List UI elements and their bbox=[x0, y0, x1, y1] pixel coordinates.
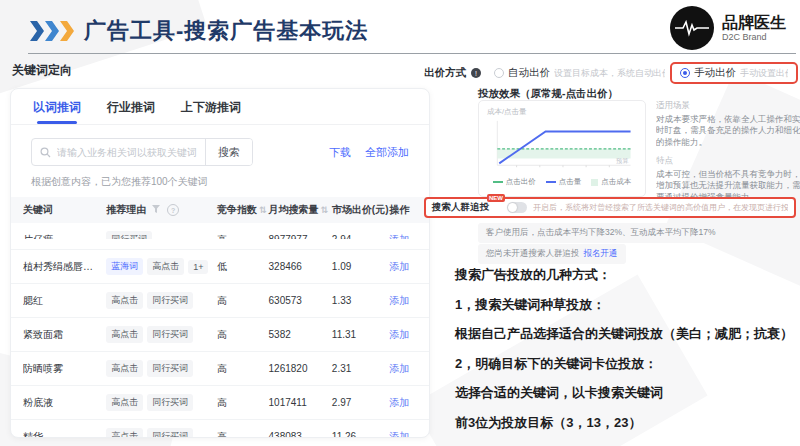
search-button[interactable]: 搜索 bbox=[205, 139, 252, 165]
effect-title: 投放效果（原常规-点击出价） bbox=[478, 87, 618, 101]
search-row: 搜索 下载 全部添加 bbox=[31, 138, 409, 166]
note-line: 2，明确目标下的关键词卡位投放： bbox=[455, 349, 799, 379]
keyword-panel-title: 关键词定向 bbox=[12, 62, 72, 79]
keyword-cell: 精华 bbox=[23, 430, 106, 439]
add-keyword-link[interactable]: 添加 bbox=[389, 233, 417, 240]
bid-method-label: 出价方式 bbox=[424, 66, 466, 80]
download-link[interactable]: 下载 bbox=[329, 145, 351, 160]
col-price: 市场出价(元) bbox=[332, 203, 389, 217]
reason-cell: 高点击同行买词 bbox=[106, 360, 217, 377]
keyword-cell: 粉底液 bbox=[23, 396, 106, 410]
reason-cell: 高点击同行买词 bbox=[106, 428, 217, 438]
annotation-notes: 搜索广告投放的几种方式：1，搜索关键词种草投放：根据自己产品选择适合的关键词投放… bbox=[455, 260, 799, 437]
col-volume: 月均搜索量⇅ bbox=[269, 203, 332, 217]
chart-ylabel: 成本/点击量 bbox=[487, 107, 637, 117]
keyword-cell: 腮红 bbox=[23, 294, 106, 308]
table-row: 紧致面霜高点击同行买词高538211.31添加 bbox=[11, 317, 429, 351]
add-keyword-link[interactable]: 添加 bbox=[389, 362, 417, 376]
keyword-cell: 片仔癀 bbox=[23, 233, 106, 240]
add-all-link[interactable]: 全部添加 bbox=[365, 145, 409, 160]
add-keyword-link[interactable]: 添加 bbox=[389, 430, 417, 439]
effect-chart-card: 成本/点击量 预算 点击出价 点击量 点击成本 bbox=[478, 100, 646, 197]
price-cell: 1.09 bbox=[332, 261, 389, 272]
tab-上下游推词[interactable]: 上下游推词 bbox=[181, 99, 241, 124]
competition-cell: 高 bbox=[217, 430, 268, 439]
radio-selected-icon[interactable] bbox=[680, 68, 690, 78]
table-row: 片仔癀同行买词高89779772.94添加 bbox=[11, 223, 429, 239]
heartbeat-icon bbox=[670, 6, 714, 50]
auto-bid-option[interactable]: 自动出价 设置目标成本，系统自动出价尽可能获得更多目标转化 bbox=[494, 66, 665, 80]
add-keyword-link[interactable]: 添加 bbox=[389, 328, 417, 342]
clipped-table-row: 片仔癀同行买词高89779772.94添加 bbox=[11, 223, 429, 239]
signup-link[interactable]: 报名开通 bbox=[584, 248, 618, 258]
competition-cell: 高 bbox=[217, 233, 268, 240]
price-cell: 2.31 bbox=[332, 363, 389, 374]
volume-cell: 5382 bbox=[269, 329, 332, 340]
note-line: 选择合适的关键词，以卡搜索关键词 bbox=[455, 378, 799, 408]
search-box: 搜索 bbox=[31, 138, 253, 166]
reason-tag: 高点击 bbox=[106, 360, 143, 377]
volume-cell: 328466 bbox=[269, 261, 332, 272]
price-cell: 2.94 bbox=[332, 234, 389, 239]
reason-cell: 高点击同行买词 bbox=[106, 394, 217, 411]
note-line: 根据自己产品选择适合的关键词投放（美白；减肥；抗衰） bbox=[455, 319, 799, 349]
filter-icon[interactable] bbox=[152, 205, 160, 215]
manual-bid-highlight-box: 手动出价 手动设置出价，成本可控 bbox=[670, 62, 798, 84]
reason-cell: 高点击同行买词 bbox=[106, 326, 217, 343]
reason-tag: 同行买词 bbox=[147, 394, 193, 411]
competition-cell: 低 bbox=[217, 260, 268, 274]
recommendation-hint: 根据创意内容，已为您推荐100个关键词 bbox=[31, 175, 409, 189]
add-keyword-link[interactable]: 添加 bbox=[389, 396, 417, 410]
retarget-toggle[interactable] bbox=[507, 202, 527, 213]
reason-tag: 1+ bbox=[188, 260, 208, 274]
keyword-search-input[interactable] bbox=[51, 147, 205, 158]
reason-tag: 同行买词 bbox=[147, 360, 193, 377]
retarget-description: 开启后，系统将对曾经搜索了所选关键词的高价值用户，在发现页进行投放，您将有机会触… bbox=[533, 202, 788, 213]
keyword-cell: 紧致面霜 bbox=[23, 328, 106, 342]
reason-tag: 同行买词 bbox=[147, 292, 193, 309]
price-cell: 2.97 bbox=[332, 397, 389, 408]
retarget-stat: 客户使用后，点击成本平均下降32%、互动成本平均下降17% bbox=[478, 223, 724, 243]
manual-bid-option[interactable]: 手动出价 手动设置出价，成本可控 bbox=[680, 66, 788, 80]
competition-cell: 高 bbox=[217, 362, 268, 376]
reason-cell: 蓝海词高点击1+ bbox=[106, 258, 217, 275]
note-line: 搜索广告投放的几种方式： bbox=[455, 260, 799, 290]
table-header: 关键词 推荐理由 ? 竞争指数⇅ 月均搜索量⇅ 市场出价(元) 操作 bbox=[11, 197, 429, 223]
table-row: 防晒喷雾高点击同行买词高12618202.31添加 bbox=[11, 351, 429, 385]
search-icon bbox=[40, 147, 51, 158]
volume-cell: 1261820 bbox=[269, 363, 332, 374]
volume-cell: 1017411 bbox=[269, 397, 332, 408]
add-keyword-link[interactable]: 添加 bbox=[389, 260, 417, 274]
header-divider bbox=[28, 53, 796, 54]
tab-以词推词[interactable]: 以词推词 bbox=[33, 99, 81, 124]
sort-icon[interactable]: ⇅ bbox=[321, 205, 329, 215]
table-row: 腮红高点击同行买词高6305731.33添加 bbox=[11, 283, 429, 317]
sort-icon[interactable]: ⇅ bbox=[259, 205, 267, 215]
col-competition: 竞争指数⇅ bbox=[217, 203, 268, 217]
keyword-tabs: 以词推词行业推词上下游推词 bbox=[11, 89, 429, 125]
reason-tag: 同行买词 bbox=[106, 231, 152, 239]
keyword-table: 关键词 推荐理由 ? 竞争指数⇅ 月均搜索量⇅ 市场出价(元) 操作 片仔癀同行… bbox=[11, 197, 429, 438]
new-badge: NEW bbox=[487, 194, 505, 202]
retarget-label: 搜索人群追投 NEW bbox=[432, 201, 489, 214]
reason-tag: 高点击 bbox=[106, 428, 143, 438]
reason-tag: 高点击 bbox=[106, 292, 143, 309]
help-icon[interactable]: ? bbox=[167, 204, 179, 216]
bid-panel: 出价方式 ! 自动出价 设置目标成本，系统自动出价尽可能获得更多目标转化 手动出… bbox=[424, 60, 798, 260]
radio-unselected-icon[interactable] bbox=[494, 68, 504, 78]
table-row: 植村秀绢感唇釉夏...蓝海词高点击1+低3284661.09添加 bbox=[11, 249, 429, 283]
competition-cell: 高 bbox=[217, 328, 268, 342]
volume-cell: 438083 bbox=[269, 431, 332, 438]
reason-cell: 高点击同行买词 bbox=[106, 292, 217, 309]
retarget-highlight-row: 搜索人群追投 NEW 开启后，系统将对曾经搜索了所选关键词的高价值用户，在发现页… bbox=[424, 197, 796, 218]
add-keyword-link[interactable]: 添加 bbox=[389, 294, 417, 308]
tab-行业推词[interactable]: 行业推词 bbox=[107, 99, 155, 124]
price-cell: 11.26 bbox=[332, 431, 389, 438]
competition-cell: 高 bbox=[217, 396, 268, 410]
brand-name: 品牌医生 bbox=[722, 14, 786, 32]
keyword-cell: 防晒喷雾 bbox=[23, 362, 106, 376]
info-icon: ! bbox=[471, 68, 481, 78]
feature-title: 特点 bbox=[656, 155, 800, 167]
col-reason: 推荐理由 ? bbox=[106, 203, 217, 217]
col-keyword: 关键词 bbox=[23, 203, 106, 217]
